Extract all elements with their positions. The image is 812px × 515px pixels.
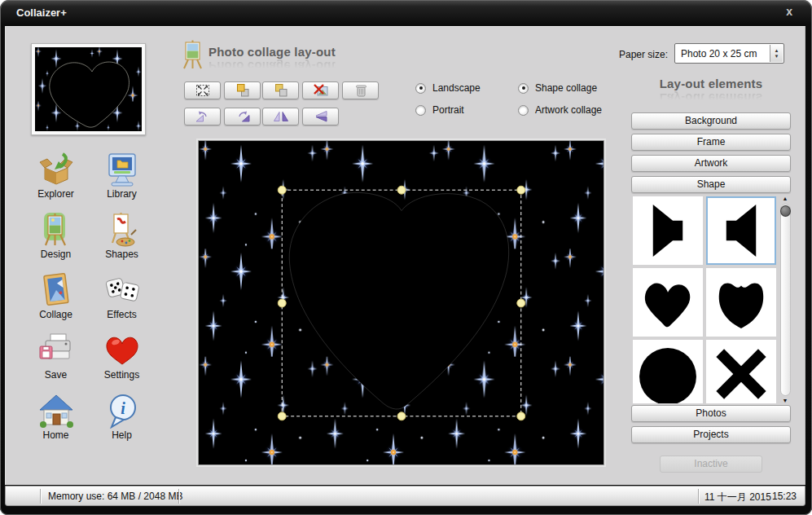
app-window: Collaizer+ x Explorer: [0, 0, 812, 515]
shape-cell-shield[interactable]: [706, 268, 776, 337]
page-title: Photo collage lay-out: [208, 45, 336, 59]
landscape-radio[interactable]: [415, 83, 426, 94]
shape-button[interactable]: Shape: [631, 176, 791, 193]
send-to-back-icon: [271, 83, 291, 98]
frame-button[interactable]: Frame: [631, 134, 791, 151]
sidebar-item-help[interactable]: i Help: [89, 393, 155, 453]
layout-elements-title: Lay-out elements: [631, 77, 791, 90]
paper-size-select[interactable]: Photo 20 x 25 cm ▲▼: [674, 43, 784, 64]
shape-grid-scrollbar[interactable]: ▲ ▼: [779, 196, 792, 404]
memory-usage: Memory use: 64 MB / 2048 MB: [48, 491, 182, 502]
landscape-label: Landscape: [432, 82, 481, 94]
layout-elements-title-reflection: Lay-out elements: [631, 91, 791, 105]
shield-shape-icon: [709, 271, 773, 333]
thumbnail-starry-heart-image: [35, 47, 142, 131]
portrait-radio[interactable]: [415, 105, 426, 116]
bring-to-front-icon: [233, 83, 252, 98]
sidebar-item-label: Explorer: [37, 188, 74, 200]
artwork-collage-label: Artwork collage: [535, 104, 602, 116]
rotate-right-button[interactable]: [224, 108, 261, 125]
shape-cell-heart[interactable]: [633, 268, 703, 337]
canvas-starry-background: [199, 141, 604, 464]
status-separator: [40, 489, 42, 504]
artwork-button[interactable]: Artwork: [631, 155, 791, 172]
sidebar-item-label: Settings: [104, 369, 139, 381]
flip-horizontal-icon: [271, 109, 291, 124]
scrollbar-track[interactable]: [780, 204, 791, 396]
portrait-label: Portrait: [432, 104, 464, 116]
speaker-left-shape-icon: [709, 200, 773, 262]
spinner-down-icon[interactable]: ▼: [775, 54, 779, 59]
sidebar-item-save[interactable]: Save: [23, 332, 89, 393]
shape-collage-label: Shape collage: [535, 82, 597, 94]
rotate-left-button[interactable]: [184, 108, 221, 125]
sidebar-item-label: Help: [112, 429, 132, 441]
projects-button[interactable]: Projects: [631, 426, 791, 443]
shape-cell-circle[interactable]: [633, 340, 703, 403]
sidebar-item-label: Shapes: [105, 249, 138, 260]
bring-to-front-button[interactable]: [224, 81, 261, 99]
sidebar-item-explorer[interactable]: Explorer: [23, 152, 89, 212]
background-button[interactable]: Background: [631, 112, 791, 130]
spinner-up-icon[interactable]: ▲: [775, 48, 779, 54]
inactive-button: Inactive: [660, 456, 762, 473]
collage-preview-thumbnail[interactable]: [31, 43, 146, 135]
info-balloon-icon: i: [104, 393, 140, 429]
sidebar-item-label: Collage: [39, 309, 72, 320]
artwork-collage-radio[interactable]: [518, 105, 529, 116]
cross-shape-icon: [709, 343, 773, 403]
sidebar-item-label: Design: [41, 249, 71, 260]
easel-picture-icon: [38, 212, 74, 248]
transform-select-button[interactable]: [184, 81, 221, 99]
svg-text:i: i: [121, 399, 125, 417]
scrollbar-thumb[interactable]: [780, 205, 791, 217]
transform-select-icon: [193, 83, 213, 98]
easel-icon: [182, 39, 204, 70]
sidebar-item-settings[interactable]: Settings: [89, 332, 155, 393]
shape-collage-radio[interactable]: [518, 83, 529, 94]
easel-palette-icon: [104, 212, 140, 248]
circle-shape-icon: [636, 343, 700, 403]
page-title-reflection: Photo collage lay-out: [208, 59, 336, 73]
status-separator: [178, 489, 180, 504]
delete-image-icon: [311, 83, 331, 98]
status-separator: [698, 489, 700, 504]
sidebar-item-label: Save: [45, 369, 67, 381]
close-icon[interactable]: x: [783, 5, 796, 18]
scroll-up-icon[interactable]: ▲: [781, 196, 789, 202]
heart-shape-icon: [636, 271, 700, 333]
sidebar-item-shapes[interactable]: Shapes: [89, 212, 155, 272]
paper-size-value: Photo 20 x 25 cm: [681, 48, 757, 59]
sidebar-item-library[interactable]: Library: [89, 152, 155, 212]
speaker-right-shape-icon: [636, 200, 700, 262]
window-title: Collaizer+: [16, 7, 67, 19]
sidebar-launcher: Explorer Library Design: [23, 152, 155, 453]
shape-cell-cross[interactable]: [706, 340, 776, 403]
framed-photo-icon: [38, 272, 74, 308]
send-to-back-button[interactable]: [262, 81, 299, 99]
paper-size-label: Paper size:: [603, 49, 668, 60]
sidebar-item-home[interactable]: Home: [23, 393, 89, 453]
paper-size-spinner[interactable]: ▲▼: [770, 45, 783, 62]
sidebar-item-effects[interactable]: Effects: [89, 272, 155, 332]
shape-cell-speaker-left[interactable]: [706, 196, 776, 265]
dice-icon: [104, 272, 140, 308]
computer-icon: [104, 152, 140, 187]
printer-floppy-icon: [38, 332, 74, 368]
sidebar-item-label: Library: [107, 188, 137, 200]
title-bar[interactable]: Collaizer+ x: [0, 0, 812, 26]
open-box-icon: [38, 152, 74, 187]
heart-icon: [104, 332, 140, 368]
delete-image-button[interactable]: [302, 81, 339, 99]
flip-horizontal-button[interactable]: [262, 108, 299, 125]
collage-canvas[interactable]: [198, 140, 604, 465]
flip-vertical-button[interactable]: [302, 108, 339, 125]
house-icon: [38, 393, 74, 429]
scroll-down-icon[interactable]: ▼: [781, 398, 789, 404]
shape-cell-speaker-right[interactable]: [633, 196, 703, 265]
status-date: 11 十一月 2015: [704, 491, 771, 504]
sidebar-item-design[interactable]: Design: [23, 212, 89, 272]
sidebar-item-collage[interactable]: Collage: [23, 272, 89, 332]
photos-button[interactable]: Photos: [631, 405, 791, 422]
trash-button[interactable]: [342, 81, 379, 99]
